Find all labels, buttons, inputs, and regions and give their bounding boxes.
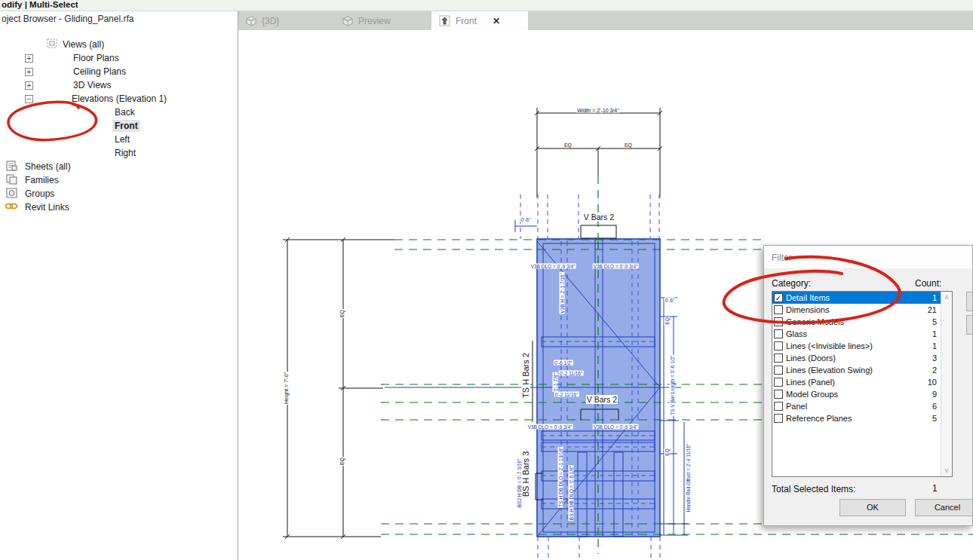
category-count: 9: [932, 390, 937, 399]
tab-close-icon[interactable]: ✕: [493, 16, 500, 26]
category-row-lines-elevation-swing[interactable]: Lines (Elevation Swing) 2: [772, 364, 952, 376]
expand-plus-icon[interactable]: +: [25, 68, 33, 76]
check-none-button-partial[interactable]: [966, 315, 973, 335]
category-row-model-groups[interactable]: Model Groups 9: [772, 388, 952, 400]
collapse-minus-icon[interactable]: −: [25, 95, 33, 103]
checkbox-icon[interactable]: [774, 341, 783, 350]
ok-button[interactable]: OK: [839, 499, 906, 516]
tree-item-label[interactable]: Floor Plans: [73, 53, 119, 63]
families-icon: [6, 174, 17, 187]
checkbox-icon[interactable]: [774, 317, 783, 326]
category-name: Glass: [786, 329, 807, 338]
tree-item-label[interactable]: Revit Links: [25, 202, 69, 213]
category-count: 2: [932, 366, 937, 375]
category-name: Model Groups: [786, 390, 838, 399]
tab-label: Preview: [358, 16, 391, 26]
total-selected-label: Total Selected Items:: [772, 484, 855, 494]
dim-tag: BS H DB DLO = 0'-6 1/8": [569, 465, 574, 521]
dim-tag: V3B DLO = 0'-9 3/4": [527, 424, 573, 430]
tree-item-label[interactable]: Groups: [25, 188, 54, 199]
checkbox-icon[interactable]: [774, 329, 783, 338]
checkbox-icon[interactable]: [774, 366, 783, 375]
dim-tag: BS2 H DB = 0'-7 3/16": [517, 458, 522, 508]
cancel-button[interactable]: Cancel: [915, 499, 973, 516]
category-count: 6: [932, 402, 937, 411]
dim-tag: TS H DB DLO = 2'-1 13/16": [558, 446, 563, 507]
dim-tag: V3B DLO = 0'-9 3/4": [530, 264, 576, 269]
category-name: Lines (Doors): [786, 353, 836, 363]
cube-3d-icon: [246, 16, 256, 26]
category-row-dimensions[interactable]: Dimensions 21: [772, 304, 952, 316]
category-row-invisible-lines[interactable]: Lines (<Invisible lines>) 1: [772, 340, 952, 352]
ribbon-context-strip: odify | Multi-Select: [0, 0, 973, 11]
checkbox-icon[interactable]: [774, 353, 783, 363]
revit-window: Width = 2'-10 3/4" EQ EQ 0'-6" Height = …: [0, 0, 973, 560]
v-bars-label: V Bars 2: [583, 213, 615, 222]
dim-tag: 0'-1 7/8": [553, 372, 558, 392]
checkbox-icon[interactable]: [774, 390, 783, 399]
tree-item-label[interactable]: Right: [115, 148, 136, 158]
expand-plus-icon[interactable]: +: [25, 81, 33, 90]
dim-tag: V3B DLO = 0'-9 3/4": [593, 264, 639, 269]
category-name: Generic Models: [786, 317, 844, 326]
eq-dimension-text: EQ: [563, 142, 572, 148]
groups-icon: [6, 188, 17, 200]
category-count: 1: [932, 341, 937, 350]
checkbox-checked-icon[interactable]: ✓: [774, 293, 783, 302]
v-bars-label: V Bars 2: [586, 395, 618, 404]
category-listbox: ✓ Detail Items 1 Dimensions 21 Generic M…: [772, 291, 953, 477]
category-name: Dimensions: [786, 305, 829, 314]
tab-label: {3D}: [262, 16, 279, 26]
ribbon-context-label: odify | Multi-Select: [2, 0, 78, 9]
category-row-panel[interactable]: Panel 6: [772, 400, 952, 412]
category-name: Lines (Elevation Swing): [786, 366, 873, 375]
listbox-scrollbar[interactable]: ∧ ∨: [941, 292, 952, 476]
cube-3d-icon: [342, 16, 353, 26]
tree-item-label[interactable]: Families: [25, 175, 59, 185]
category-row-lines-panel[interactable]: Lines (Panel) 10: [772, 376, 952, 388]
scroll-up-icon[interactable]: ∧: [941, 292, 952, 303]
expand-plus-icon[interactable]: +: [25, 54, 33, 63]
tree-item-label[interactable]: Back: [115, 107, 135, 118]
category-row-glass[interactable]: Glass 1: [772, 328, 952, 340]
offset-dimension-text: 0'-6": [665, 298, 676, 303]
tree-item-label[interactable]: Ceiling Plans: [73, 66, 126, 77]
category-name: Reference Planes: [786, 414, 852, 423]
eq-dimension-text: EQ: [665, 317, 670, 325]
eq-dimension-text: EQ: [624, 142, 633, 148]
dim-tag: V3B H = 2'-1 7/16": [560, 272, 565, 314]
category-row-detail-items[interactable]: ✓ Detail Items 1: [772, 292, 952, 304]
tree-item-label[interactable]: Views (all): [63, 39, 104, 50]
checkbox-icon[interactable]: [774, 305, 783, 314]
category-row-lines-doors[interactable]: Lines (Doors) 3: [772, 352, 952, 364]
filter-dialog-title: Filter: [772, 252, 792, 263]
tab-3d-view[interactable]: {3D}: [238, 11, 335, 30]
category-count: 21: [928, 305, 937, 314]
checkbox-icon[interactable]: [774, 414, 783, 423]
filter-dialog-titlebar[interactable]: [764, 246, 972, 268]
check-all-button-partial[interactable]: [966, 292, 973, 311]
category-name: Detail Items: [786, 293, 830, 302]
eq-dimension-text: EQ: [339, 309, 345, 318]
tab-label: Front: [456, 16, 477, 26]
dim-tag: 0'-2 11/16": [559, 371, 584, 376]
checkbox-icon[interactable]: [774, 402, 783, 411]
category-row-reference-planes[interactable]: Reference Planes 5: [772, 412, 952, 424]
tab-preview[interactable]: Preview: [335, 11, 431, 30]
scroll-down-icon[interactable]: ∨: [941, 465, 952, 476]
tree-item-label[interactable]: Left: [115, 134, 130, 145]
checkbox-icon[interactable]: [774, 378, 783, 387]
tree-item-label[interactable]: 3D Views: [73, 80, 111, 90]
tree-item-label-selected[interactable]: Front: [112, 120, 140, 132]
category-row-generic-models[interactable]: Generic Models 5: [772, 316, 952, 328]
category-name: Lines (<Invisible lines>): [786, 341, 873, 350]
ts-v-bar-length-text: TS V Bar Length = 0'-6 1/2": [670, 354, 675, 415]
tab-front-elevation[interactable]: Front ✕: [431, 11, 528, 30]
project-browser-panel: oject Browser - Gliding_Panel.rfa Views …: [0, 11, 238, 560]
tree-item-label[interactable]: Elevations (Elevation 1): [72, 93, 167, 104]
category-count: 1: [932, 329, 937, 338]
tree-item-label[interactable]: Sheets (all): [25, 161, 71, 172]
category-count: 5: [932, 317, 937, 326]
handle-rail-offset-text: Handle Rail Offset = 2'-4 11/16": [686, 443, 691, 513]
elevation-arrow-icon: [439, 15, 450, 26]
